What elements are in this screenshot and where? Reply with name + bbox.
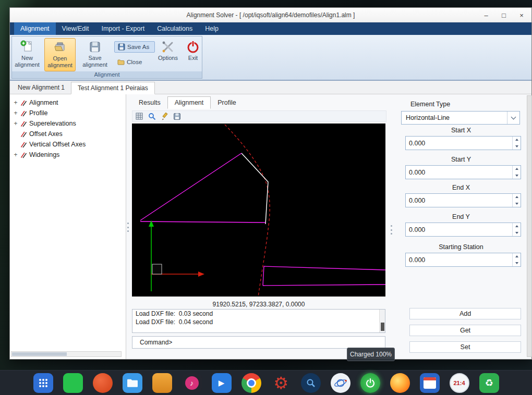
start-y-input[interactable]: [406, 166, 521, 179]
maximize-button[interactable]: □: [495, 8, 513, 22]
spinner-buttons[interactable]: [512, 253, 521, 266]
tree-item-profile[interactable]: + Profile: [10, 108, 126, 118]
save-alignment-button[interactable]: Save alignment: [79, 38, 111, 71]
exit-button[interactable]: Exit: [184, 38, 202, 71]
tree-item-superelevations[interactable]: + Superelevations: [10, 118, 126, 129]
calendar-icon[interactable]: [420, 373, 440, 393]
recycle-bin-icon[interactable]: ♻: [479, 373, 499, 393]
close-alignment-button[interactable]: Close: [114, 56, 148, 68]
spinner-buttons[interactable]: [512, 194, 521, 207]
command-input[interactable]: Command>: [132, 336, 385, 349]
settings-gear-icon[interactable]: ⚙: [271, 373, 291, 393]
tree-item-label: Superelevations: [29, 120, 76, 127]
expander-icon[interactable]: +: [13, 99, 18, 106]
open-alignment-button[interactable]: Open alignment: [44, 38, 76, 71]
new-alignment-label-1: New: [21, 55, 33, 61]
white-polyline: [241, 153, 268, 224]
spin-up-icon[interactable]: [513, 194, 521, 201]
orbit-browser-icon[interactable]: [331, 373, 350, 393]
left-splitter-handle[interactable]: [127, 219, 129, 235]
tab-results[interactable]: Results: [132, 96, 167, 109]
tree-item-widenings[interactable]: + Widenings: [10, 150, 126, 160]
alignment-tree-panel: + Alignment + Profile + Superelevations: [10, 94, 126, 359]
close-button[interactable]: ×: [513, 8, 530, 22]
document-tabs: New Alignment 1 Test Alignment 1 Peiraia…: [10, 81, 531, 94]
add-button[interactable]: Add: [409, 308, 521, 319]
zoom-icon[interactable]: [148, 112, 156, 120]
right-splitter-handle[interactable]: [390, 222, 393, 238]
end-x-label: End X: [396, 184, 526, 191]
scrollbar-thumb[interactable]: [12, 352, 67, 356]
app-launcher-icon[interactable]: [33, 373, 53, 393]
grid-icon[interactable]: [135, 112, 143, 120]
element-type-value: Horizontal-Line: [406, 114, 450, 121]
video-player-icon[interactable]: ▶: [212, 373, 232, 393]
system-monitor-icon[interactable]: [93, 373, 113, 393]
get-button[interactable]: Get: [409, 325, 521, 336]
menu-tab-import-export[interactable]: Import - Export: [95, 22, 151, 35]
spin-down-icon[interactable]: [513, 143, 521, 150]
messenger-icon[interactable]: [63, 373, 83, 393]
spin-down-icon[interactable]: [513, 260, 521, 267]
menu-tab-alignment[interactable]: Alignment: [14, 22, 56, 35]
clock-icon[interactable]: 21:4: [450, 373, 469, 393]
end-y-field[interactable]: [405, 223, 521, 237]
title-bar[interactable]: Alignment Solver - [ /opt/iqsoft/align64…: [10, 8, 531, 22]
profile-node-icon: [20, 110, 27, 117]
tree-item-vertical-offset-axes[interactable]: Vertical Offset Axes: [10, 139, 126, 150]
spin-up-icon[interactable]: [513, 253, 521, 260]
start-x-input[interactable]: [406, 137, 521, 150]
set-button[interactable]: Set: [409, 341, 521, 353]
spin-up-icon[interactable]: [513, 137, 521, 143]
save-view-icon[interactable]: [173, 112, 181, 120]
chrome-browser-icon[interactable]: [241, 373, 261, 393]
power-charged-icon[interactable]: [360, 373, 380, 393]
spin-down-icon[interactable]: [513, 230, 521, 237]
file-manager-icon[interactable]: [123, 373, 142, 393]
new-alignment-button[interactable]: New alignment: [13, 38, 41, 71]
music-player-icon[interactable]: ♪: [182, 373, 202, 393]
expander-icon[interactable]: +: [13, 151, 18, 158]
doc-tab-test-alignment-1-peiraias[interactable]: Test Alignment 1 Peiraias: [71, 82, 155, 94]
spin-up-icon[interactable]: [513, 166, 521, 172]
end-x-input[interactable]: [406, 194, 521, 207]
firefox-browser-icon[interactable]: [390, 373, 410, 393]
tree-item-offset-axes[interactable]: Offset Axes: [10, 129, 126, 139]
menu-tab-help[interactable]: Help: [199, 22, 225, 35]
menu-tab-calculations[interactable]: Calculations: [151, 22, 199, 35]
pencil-icon[interactable]: [160, 112, 168, 120]
starting-station-input[interactable]: [406, 253, 521, 266]
start-y-field[interactable]: [405, 165, 521, 179]
element-type-dropdown[interactable]: Horizontal-Line: [401, 111, 520, 125]
scrollbar-thumb[interactable]: [381, 323, 384, 331]
spinner-buttons[interactable]: [512, 223, 521, 236]
spin-down-icon[interactable]: [513, 172, 521, 179]
end-y-input[interactable]: [406, 223, 521, 236]
menu-tab-view-edit[interactable]: View/Edit: [56, 22, 95, 35]
spin-up-icon[interactable]: [513, 223, 521, 230]
doc-tab-new-alignment-1[interactable]: New Alignment 1: [11, 81, 71, 94]
start-y-label: Start Y: [396, 156, 526, 163]
tree-item-alignment[interactable]: + Alignment: [10, 97, 126, 108]
main-area: + Alignment + Profile + Superelevations: [10, 94, 531, 359]
spinner-buttons[interactable]: [512, 166, 521, 179]
save-as-button[interactable]: Save As: [114, 41, 155, 53]
start-x-field[interactable]: [405, 136, 521, 150]
minimize-button[interactable]: –: [477, 8, 495, 22]
cad-canvas[interactable]: [132, 124, 385, 297]
expander-icon[interactable]: +: [13, 120, 18, 127]
end-x-field[interactable]: [405, 193, 521, 207]
tree-horizontal-scrollbar[interactable]: [11, 351, 122, 357]
log-scrollbar[interactable]: [379, 310, 385, 332]
search-icon[interactable]: [301, 373, 321, 393]
tab-profile[interactable]: Profile: [211, 96, 243, 109]
expander-icon[interactable]: +: [13, 109, 18, 117]
spinner-buttons[interactable]: [512, 137, 521, 150]
start-x-label: Start X: [396, 127, 526, 134]
starting-station-field[interactable]: [405, 253, 521, 267]
spin-down-icon[interactable]: [513, 201, 521, 207]
tab-alignment[interactable]: Alignment: [167, 96, 211, 109]
package-manager-icon[interactable]: [152, 373, 172, 393]
panel-vertical-scrollbar[interactable]: [527, 95, 532, 357]
options-button[interactable]: Options: [154, 38, 182, 71]
